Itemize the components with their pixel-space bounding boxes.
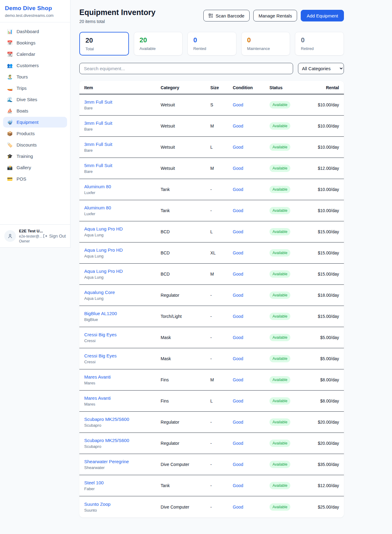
item-name-link[interactable]: Steel 100	[84, 480, 104, 485]
item-name-link[interactable]: Cressi Big Eyes	[84, 332, 117, 337]
stat-card-available[interactable]: 20 Available	[134, 32, 183, 55]
table-row: 5mm Full Suit Bare Wetsuit M Good Availa…	[79, 158, 344, 179]
table-row: Aluminum 80 Luxfer Tank - Good Available…	[79, 179, 344, 200]
scan-barcode-button[interactable]: Scan Barcode	[203, 10, 250, 21]
condition-link[interactable]: Good	[233, 208, 243, 213]
sidebar-item-training[interactable]: 🎓 Training	[3, 151, 67, 162]
sidebar-item-dive-sites[interactable]: 🌊 Dive Sites	[3, 94, 67, 105]
add-equipment-button[interactable]: Add Equipment	[301, 10, 344, 21]
stat-card-retired[interactable]: 0 Retired	[295, 32, 344, 55]
stat-card-rented[interactable]: 0 Rented	[187, 32, 236, 55]
item-name-link[interactable]: Scubapro MK25/S600	[84, 417, 129, 422]
condition-link[interactable]: Good	[233, 399, 243, 403]
item-rental: $15.00/day	[309, 229, 339, 234]
item-name-link[interactable]: Aqua Lung Pro HD	[84, 269, 123, 274]
sidebar-item-gallery[interactable]: 📸 Gallery	[3, 162, 67, 173]
item-size: -	[210, 505, 233, 509]
sign-out-button[interactable]: Sign Out	[43, 234, 66, 238]
condition-link[interactable]: Good	[233, 229, 243, 234]
stats-row: 20 Total 20 Available 0 Rented 0 Mainten…	[79, 32, 344, 55]
item-name-link[interactable]: BigBlue AL1200	[84, 311, 117, 316]
item-size: M	[210, 272, 233, 277]
status-badge: Available	[270, 101, 290, 109]
status-badge: Available	[270, 461, 290, 468]
manage-rentals-button[interactable]: Manage Rentals	[253, 10, 297, 21]
item-name-link[interactable]: Aluminum 80	[84, 205, 111, 210]
item-rental: $12.00/day	[309, 483, 339, 488]
condition-link[interactable]: Good	[233, 293, 243, 298]
item-brand: Aqua Lung	[84, 296, 161, 301]
sidebar-item-calendar[interactable]: 📆 Calendar	[3, 49, 67, 59]
sidebar-item-pos[interactable]: 💳 POS	[3, 174, 67, 184]
search-input[interactable]	[79, 63, 293, 74]
sidebar-item-equipment[interactable]: 🤿 Equipment	[3, 117, 67, 128]
condition-link[interactable]: Good	[233, 356, 243, 361]
item-name-link[interactable]: Scubapro MK25/S600	[84, 438, 129, 443]
condition-link[interactable]: Good	[233, 102, 243, 107]
item-name-link[interactable]: Aqualung Core	[84, 290, 115, 295]
item-name-link[interactable]: Suunto Zoop	[84, 502, 111, 507]
column-header-rental: Rental	[309, 85, 339, 90]
condition-link[interactable]: Good	[233, 505, 243, 509]
item-brand: Scubapro	[84, 444, 161, 449]
category-filter-select[interactable]: All Categories	[298, 63, 344, 74]
item-size: -	[210, 187, 233, 192]
condition-link[interactable]: Good	[233, 166, 243, 171]
item-name-link[interactable]: Aqua Lung Pro HD	[84, 226, 123, 231]
item-name-link[interactable]: 3mm Full Suit	[84, 142, 112, 147]
sidebar-item-bookings[interactable]: 📅 Bookings	[3, 37, 67, 48]
condition-link[interactable]: Good	[233, 250, 243, 255]
condition-link[interactable]: Good	[233, 462, 243, 467]
item-size: XL	[210, 250, 233, 255]
items-count: 20 items total	[79, 19, 156, 24]
condition-link[interactable]: Good	[233, 187, 243, 192]
condition-link[interactable]: Good	[233, 314, 243, 319]
condition-link[interactable]: Good	[233, 145, 243, 150]
item-size: -	[210, 293, 233, 298]
item-brand: Aqua Lung	[84, 254, 161, 258]
sidebar-item-customers[interactable]: 👥 Customers	[3, 60, 67, 71]
sidebar-item-tours[interactable]: 🏝️ Tours	[3, 71, 67, 82]
status-badge: Available	[270, 186, 290, 193]
condition-link[interactable]: Good	[233, 441, 243, 446]
condition-link[interactable]: Good	[233, 377, 243, 382]
item-name-link[interactable]: 3mm Full Suit	[84, 99, 112, 105]
stat-card-maintenance[interactable]: 0 Maintenance	[241, 32, 290, 55]
stat-card-total[interactable]: 20 Total	[79, 32, 129, 55]
condition-link[interactable]: Good	[233, 124, 243, 128]
status-badge: Available	[270, 207, 290, 214]
item-size: M	[210, 166, 233, 171]
item-rental: $20.00/day	[309, 441, 339, 446]
sidebar-item-trips[interactable]: 🚤 Trips	[3, 83, 67, 93]
condition-link[interactable]: Good	[233, 272, 243, 277]
sidebar-item-discounts[interactable]: 🏷️ Discounts	[3, 139, 67, 150]
table-body: 3mm Full Suit Bare Wetsuit S Good Availa…	[79, 94, 344, 517]
item-rental: $35.00/day	[309, 462, 339, 467]
user-box: E2E Test U... e2e-tester@... Owner Sign …	[0, 224, 70, 247]
item-rental: $5.00/day	[309, 356, 339, 361]
item-brand: Suunto	[84, 508, 161, 513]
item-name-link[interactable]: Mares Avanti	[84, 395, 111, 401]
item-name-link[interactable]: Shearwater Peregrine	[84, 459, 129, 464]
item-name-link[interactable]: Cressi Big Eyes	[84, 353, 117, 358]
condition-link[interactable]: Good	[233, 483, 243, 488]
stat-label: Available	[140, 46, 177, 51]
item-name-link[interactable]: Aqua Lung Pro HD	[84, 247, 123, 253]
item-name-link[interactable]: Mares Avanti	[84, 374, 111, 380]
condition-link[interactable]: Good	[233, 335, 243, 340]
item-name-link[interactable]: Aluminum 80	[84, 184, 111, 189]
item-rental: $10.00/day	[309, 145, 339, 150]
item-brand: Aqua Lung	[84, 275, 161, 280]
condition-link[interactable]: Good	[233, 420, 243, 425]
sidebar-item-products[interactable]: 📦 Products	[3, 128, 67, 139]
status-badge: Available	[270, 228, 290, 235]
status-badge: Available	[270, 503, 290, 511]
item-name-link[interactable]: 3mm Full Suit	[84, 120, 112, 126]
item-name-link[interactable]: 5mm Full Suit	[84, 163, 112, 168]
sidebar-nav: 📊 Dashboard 📅 Bookings 📆 Calendar 👥 Cust…	[0, 22, 70, 224]
item-size: M	[210, 377, 233, 382]
item-category: Mask	[161, 335, 210, 340]
package-icon: 📦	[7, 131, 13, 136]
sidebar-item-dashboard[interactable]: 📊 Dashboard	[3, 26, 67, 37]
sidebar-item-boats[interactable]: ⛵ Boats	[3, 105, 67, 116]
